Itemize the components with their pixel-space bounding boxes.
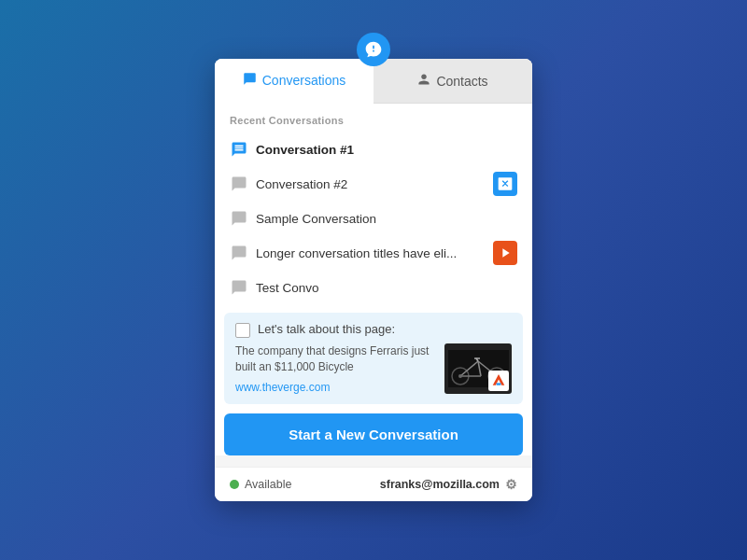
tab-contacts-label: Contacts (436, 74, 487, 89)
conv-name-5: Test Convo (256, 281, 517, 295)
chat-bubble-icon (357, 33, 390, 66)
popup-container: Conversations Contacts Recent Conversati… (215, 59, 532, 501)
page-body: The company that designs Ferraris just b… (235, 343, 512, 395)
page-suggestion-header: Let's talk about this page: (235, 322, 512, 338)
user-email: sfranks@mozilla.com (380, 478, 500, 491)
svg-point-10 (458, 374, 462, 378)
footer: Available sfranks@mozilla.com ⚙ (215, 467, 532, 501)
contacts-tab-icon (417, 73, 430, 89)
conv-name-2: Conversation #2 (256, 177, 486, 191)
list-item[interactable]: Longer conversation titles have eli... (222, 234, 525, 272)
conv-icon-5 (230, 278, 248, 297)
page-url[interactable]: www.theverge.com (235, 381, 330, 394)
conversations-tab-icon (243, 72, 257, 89)
status-dot (230, 480, 239, 489)
list-item[interactable]: Conversation #1 (222, 133, 525, 165)
conv-name-1: Conversation #1 (256, 143, 517, 157)
conv-icon-3 (230, 209, 248, 228)
tab-conversations[interactable]: Conversations (215, 59, 374, 104)
list-item[interactable]: Conversation #2 (222, 165, 525, 203)
conv-name-4: Longer conversation titles have eli... (256, 246, 486, 260)
status-label: Available (245, 478, 292, 491)
svg-rect-11 (488, 371, 509, 391)
conv-name-3: Sample Conversation (256, 212, 517, 226)
page-description: The company that designs Ferraris just b… (235, 343, 435, 375)
start-new-conversation-button[interactable]: Start a New Conversation (224, 413, 523, 455)
page-checkbox[interactable] (235, 323, 250, 338)
section-label: Recent Conversations (215, 104, 532, 133)
conv-badge-arrow (493, 241, 517, 265)
page-thumbnail (444, 343, 512, 394)
content: Recent Conversations Conversation #1 Con… (215, 104, 532, 455)
status: Available (230, 478, 292, 491)
conv-icon-4 (230, 244, 248, 262)
page-text: The company that designs Ferraris just b… (235, 343, 435, 395)
popup: Conversations Contacts Recent Conversati… (215, 59, 532, 501)
page-suggestion: Let's talk about this page: The company … (224, 313, 523, 404)
tab-contacts[interactable]: Contacts (374, 59, 532, 103)
list-item[interactable]: Sample Conversation (222, 203, 525, 234)
user-info: sfranks@mozilla.com ⚙ (380, 477, 517, 492)
list-item[interactable]: Test Convo (222, 272, 525, 303)
conv-icon-1 (230, 140, 248, 159)
conversation-list: Conversation #1 Conversation #2 (215, 133, 532, 303)
svg-rect-13 (497, 384, 501, 385)
tab-conversations-label: Conversations (262, 73, 346, 88)
gear-icon[interactable]: ⚙ (505, 477, 517, 492)
conv-icon-2 (230, 175, 248, 193)
conv-badge-v (493, 172, 517, 196)
page-label: Let's talk about this page: (258, 322, 395, 336)
